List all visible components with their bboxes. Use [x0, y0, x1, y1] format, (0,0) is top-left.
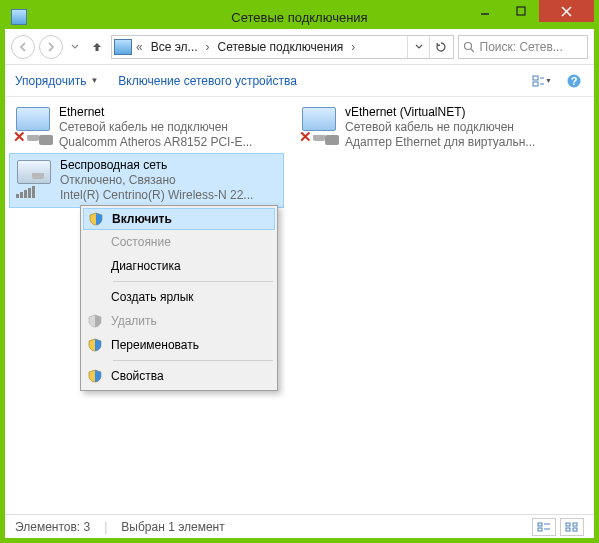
svg-rect-7	[533, 82, 538, 86]
ctx-rename[interactable]: Переименовать	[83, 333, 275, 357]
ctx-diagnostics[interactable]: Диагностика	[83, 254, 275, 278]
dropdown-icon: ▼	[90, 76, 98, 85]
status-bar: Элементов: 3 | Выбран 1 элемент	[5, 514, 594, 538]
shield-icon	[87, 313, 103, 329]
item-name: vEthernet (VirtualNET)	[345, 105, 535, 120]
ethernet-icon: ✕	[13, 105, 53, 145]
ctx-create-shortcut[interactable]: Создать ярлык	[83, 285, 275, 309]
navbar: « Все эл... › Сетевые подключения ›	[5, 29, 594, 65]
close-button[interactable]	[539, 0, 594, 22]
content-area[interactable]: ✕ Ethernet Сетевой кабель не подключен Q…	[5, 97, 594, 514]
disconnected-icon: ✕	[13, 131, 27, 145]
item-name: Ethernet	[59, 105, 252, 120]
item-status: Сетевой кабель не подключен	[59, 120, 252, 135]
item-adapter: Qualcomm Atheros AR8152 PCI-E...	[59, 135, 252, 150]
search-input[interactable]	[478, 39, 584, 55]
enable-device-button[interactable]: Включение сетевого устройства	[118, 74, 297, 88]
up-button[interactable]	[87, 37, 107, 57]
window-buttons	[467, 0, 594, 22]
ctx-state: Состояние	[83, 230, 275, 254]
item-adapter: Адаптер Ethernet для виртуальн...	[345, 135, 535, 150]
search-icon	[463, 41, 474, 53]
ctx-properties[interactable]: Свойства	[83, 364, 275, 388]
svg-rect-6	[533, 76, 538, 80]
ctx-delete: Удалить	[83, 309, 275, 333]
ctx-label: Состояние	[111, 235, 171, 249]
help-button[interactable]: ?	[564, 71, 584, 91]
ctx-label: Свойства	[111, 369, 164, 383]
wifi-icon	[14, 158, 54, 198]
shield-icon	[87, 337, 103, 353]
view-details-button[interactable]	[532, 518, 556, 536]
network-item-ethernet[interactable]: ✕ Ethernet Сетевой кабель не подключен Q…	[9, 101, 284, 154]
breadcrumb-segment[interactable]: Все эл...	[147, 36, 202, 58]
svg-rect-1	[517, 7, 525, 15]
shield-icon	[88, 211, 104, 227]
ctx-label: Удалить	[111, 314, 157, 328]
back-button[interactable]	[11, 35, 35, 59]
history-dropdown[interactable]	[67, 37, 83, 57]
context-menu: Включить Состояние Диагностика Создать я…	[80, 205, 278, 391]
ethernet-icon: ✕	[299, 105, 339, 145]
shield-icon	[87, 368, 103, 384]
search-box[interactable]	[458, 35, 588, 59]
breadcrumb-segment[interactable]: Сетевые подключения	[214, 36, 348, 58]
view-icons-button[interactable]	[560, 518, 584, 536]
minimize-button[interactable]	[467, 0, 503, 22]
organize-menu[interactable]: Упорядочить ▼	[15, 74, 98, 88]
addr-dropdown-button[interactable]	[407, 36, 429, 58]
network-item-vethernet[interactable]: ✕ vEthernet (VirtualNET) Сетевой кабель …	[295, 101, 570, 154]
ctx-enable[interactable]: Включить	[83, 208, 275, 230]
location-icon	[114, 39, 132, 55]
svg-rect-19	[573, 528, 577, 531]
svg-rect-13	[538, 528, 542, 531]
address-bar[interactable]: « Все эл... › Сетевые подключения ›	[111, 35, 454, 59]
ctx-label: Создать ярлык	[111, 290, 194, 304]
refresh-button[interactable]	[429, 36, 451, 58]
chevron-left-icon: «	[134, 40, 145, 54]
forward-button[interactable]	[39, 35, 63, 59]
signal-bars-icon	[16, 186, 35, 198]
enable-device-label: Включение сетевого устройства	[118, 74, 297, 88]
status-selected: Выбран 1 элемент	[121, 520, 224, 534]
view-dropdown[interactable]: ▼	[532, 71, 552, 91]
svg-rect-16	[566, 523, 570, 526]
chevron-right-icon: ›	[349, 40, 357, 54]
item-name: Беспроводная сеть	[60, 158, 253, 173]
ctx-label: Переименовать	[111, 338, 199, 352]
disconnected-icon: ✕	[299, 131, 313, 145]
svg-rect-17	[573, 523, 577, 526]
svg-rect-18	[566, 528, 570, 531]
separator	[113, 281, 273, 282]
organize-label: Упорядочить	[15, 74, 86, 88]
explorer-window: Сетевые подключения «	[0, 0, 599, 543]
ctx-label: Диагностика	[111, 259, 181, 273]
svg-point-4	[465, 42, 472, 49]
chevron-right-icon: ›	[204, 40, 212, 54]
titlebar: Сетевые подключения	[5, 5, 594, 29]
separator: |	[104, 520, 107, 534]
svg-line-5	[471, 49, 474, 52]
item-adapter: Intel(R) Centrino(R) Wireless-N 22...	[60, 188, 253, 203]
status-count: Элементов: 3	[15, 520, 90, 534]
toolbar: Упорядочить ▼ Включение сетевого устройс…	[5, 65, 594, 97]
item-status: Сетевой кабель не подключен	[345, 120, 535, 135]
network-item-wireless[interactable]: Беспроводная сеть Отключено, Связано Int…	[9, 153, 284, 208]
item-status: Отключено, Связано	[60, 173, 253, 188]
separator	[113, 360, 273, 361]
svg-rect-12	[538, 523, 542, 526]
maximize-button[interactable]	[503, 0, 539, 22]
ctx-label: Включить	[112, 212, 172, 226]
svg-text:?: ?	[571, 75, 578, 87]
